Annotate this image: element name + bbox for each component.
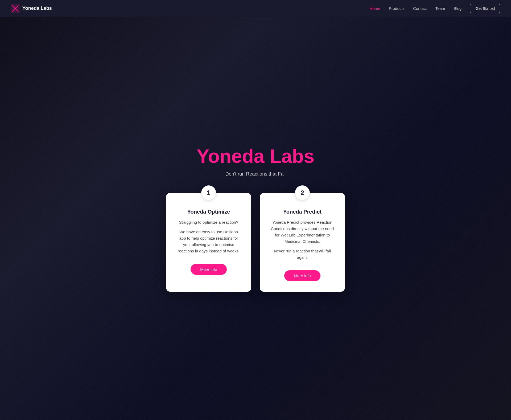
card-2-text1: Yoneda Predict provides Reaction Conditi…: [269, 219, 335, 245]
card-optimize: 1 Yoneda Optimize Struggling to optimize…: [166, 193, 251, 292]
nav-logo[interactable]: Yoneda Labs: [11, 4, 52, 13]
nav-link-products[interactable]: Products: [389, 6, 405, 11]
nav-get-started-button[interactable]: Get Started: [470, 4, 500, 13]
cards-row: 1 Yoneda Optimize Struggling to optimize…: [166, 193, 345, 292]
hero-title: Yoneda Labs: [197, 145, 315, 167]
nav-link-home[interactable]: Home: [370, 6, 380, 11]
card-predict: 2 Yoneda Predict Yoneda Predict provides…: [260, 193, 345, 292]
card-1-title: Yoneda Optimize: [176, 209, 242, 215]
nav-link-contact[interactable]: Contact: [413, 6, 427, 11]
card-2-title: Yoneda Predict: [269, 209, 335, 215]
nav-logo-text: Yoneda Labs: [22, 6, 52, 11]
card-2-number: 2: [295, 185, 310, 200]
card-1-more-info-button[interactable]: More Info: [191, 264, 226, 275]
logo-icon: [11, 4, 20, 13]
hero-section: Yoneda Labs Don't run Reactions that Fai…: [0, 0, 511, 420]
card-2-text2: Never run a reaction that will fail agai…: [269, 248, 335, 261]
card-1-text2: We have an easy to use Desktop app to he…: [176, 229, 242, 254]
nav-link-blog[interactable]: Blog: [454, 6, 461, 11]
card-2-more-info-button[interactable]: More Info: [284, 270, 320, 281]
hero-subtitle: Don't run Reactions that Fail: [225, 171, 286, 177]
card-1-text1: Struggling to optimize a reaction?: [176, 219, 242, 226]
card-1-number: 1: [201, 185, 216, 200]
nav-links: Home Products Contact Team Blog Get Star…: [370, 4, 500, 13]
navbar: Yoneda Labs Home Products Contact Team B…: [0, 0, 511, 17]
svg-point-3: [14, 8, 16, 9]
nav-link-team[interactable]: Team: [435, 6, 445, 11]
